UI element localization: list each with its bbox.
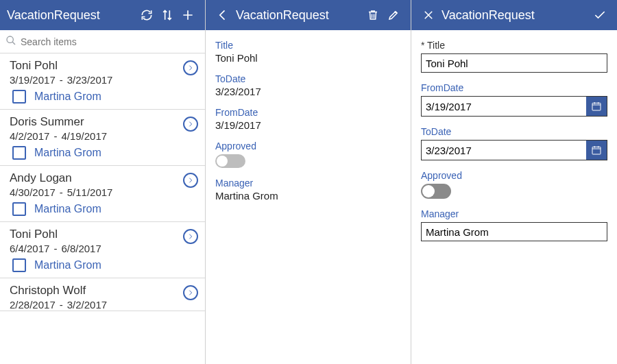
close-icon[interactable] bbox=[418, 5, 439, 25]
list-item[interactable]: Christoph Wolf2/28/2017-3/2/2017 bbox=[0, 278, 205, 311]
item-manager: Martina Grom bbox=[34, 90, 101, 103]
chevron-right-icon[interactable] bbox=[183, 60, 198, 75]
chevron-right-icon[interactable] bbox=[183, 173, 198, 188]
list-header: VacationRequest bbox=[0, 0, 205, 30]
refresh-icon[interactable] bbox=[136, 5, 157, 25]
list-pane: VacationRequest Toni Pohl3/19/2017-3/23/… bbox=[0, 0, 206, 364]
item-name: Toni Pohl bbox=[10, 228, 198, 241]
item-list: Toni Pohl3/19/2017-3/23/2017Martina Grom… bbox=[0, 53, 205, 364]
svg-rect-1 bbox=[592, 103, 601, 110]
detail-approved-toggle bbox=[215, 154, 245, 168]
approved-checkbox[interactable] bbox=[12, 146, 26, 160]
item-name: Christoph Wolf bbox=[10, 284, 198, 298]
edit-todate-wrap bbox=[421, 140, 607, 160]
detail-pane: VacationRequest Title Toni Pohl ToDate 3… bbox=[206, 0, 411, 364]
edit-approved-toggle[interactable] bbox=[421, 184, 451, 199]
edit-title: VacationRequest bbox=[441, 8, 590, 23]
item-todate: 3/2/2017 bbox=[67, 299, 107, 311]
add-icon[interactable] bbox=[178, 5, 198, 25]
sort-icon[interactable] bbox=[157, 5, 178, 25]
item-fromdate: 6/4/2017 bbox=[10, 243, 49, 254]
detail-header: VacationRequest bbox=[206, 0, 411, 30]
item-manager: Martina Grom bbox=[34, 147, 101, 159]
search-icon bbox=[5, 35, 16, 49]
item-dates: 2/28/2017-3/2/2017 bbox=[10, 299, 198, 311]
edit-title-input[interactable] bbox=[421, 53, 607, 73]
approved-checkbox[interactable] bbox=[12, 258, 26, 272]
edit-fromdate-input[interactable] bbox=[422, 97, 586, 116]
detail-title-value: Toni Pohl bbox=[215, 52, 401, 64]
item-name: Andy Logan bbox=[10, 171, 198, 185]
detail-fromdate-label: FromDate bbox=[215, 107, 401, 118]
edit-fromdate-wrap bbox=[421, 96, 607, 117]
edit-icon[interactable] bbox=[383, 5, 404, 25]
item-dates: 4/30/2017-5/11/2017 bbox=[10, 186, 198, 198]
chevron-right-icon[interactable] bbox=[183, 285, 198, 300]
search-input[interactable] bbox=[21, 36, 199, 47]
delete-icon[interactable] bbox=[363, 5, 383, 25]
item-todate: 3/23/2017 bbox=[67, 74, 113, 86]
edit-header: VacationRequest bbox=[411, 0, 617, 30]
back-icon[interactable] bbox=[213, 5, 233, 25]
detail-body: Title Toni Pohl ToDate 3/23/2017 FromDat… bbox=[206, 30, 411, 221]
item-todate: 6/8/2017 bbox=[61, 243, 101, 254]
svg-point-0 bbox=[7, 36, 13, 43]
item-name: Toni Pohl bbox=[10, 59, 198, 73]
detail-manager-value: Martina Grom bbox=[215, 190, 401, 202]
edit-body: * Title FromDate ToDate bbox=[411, 30, 617, 260]
edit-todate-label: ToDate bbox=[421, 126, 607, 137]
calendar-icon[interactable] bbox=[586, 141, 607, 160]
list-title: VacationRequest bbox=[7, 8, 136, 23]
item-todate: 4/19/2017 bbox=[61, 130, 107, 142]
detail-approved-label: Approved bbox=[215, 141, 401, 151]
detail-title-label: Title bbox=[215, 40, 401, 51]
detail-fromdate-value: 3/19/2017 bbox=[215, 119, 401, 131]
svg-rect-2 bbox=[592, 147, 601, 154]
list-item[interactable]: Toni Pohl3/19/2017-3/23/2017Martina Grom bbox=[0, 53, 205, 110]
search-bar[interactable] bbox=[0, 30, 205, 53]
chevron-right-icon[interactable] bbox=[183, 117, 198, 132]
list-item[interactable]: Andy Logan4/30/2017-5/11/2017Martina Gro… bbox=[0, 166, 205, 222]
item-todate: 5/11/2017 bbox=[67, 186, 113, 198]
item-fromdate: 4/30/2017 bbox=[10, 186, 56, 198]
detail-todate-label: ToDate bbox=[215, 73, 401, 84]
edit-approved-label: Approved bbox=[421, 170, 607, 181]
item-fromdate: 4/2/2017 bbox=[10, 130, 49, 142]
detail-title: VacationRequest bbox=[236, 8, 363, 23]
edit-pane: VacationRequest * Title FromDate To bbox=[411, 0, 617, 364]
list-item[interactable]: Doris Summer4/2/2017-4/19/2017Martina Gr… bbox=[0, 110, 205, 166]
calendar-icon[interactable] bbox=[586, 97, 607, 116]
edit-manager-input[interactable] bbox=[421, 222, 607, 241]
edit-fromdate-label: FromDate bbox=[421, 82, 607, 93]
list-item[interactable]: Toni Pohl6/4/2017-6/8/2017Martina Grom bbox=[0, 222, 205, 278]
item-manager: Martina Grom bbox=[34, 259, 101, 271]
approved-checkbox[interactable] bbox=[12, 202, 26, 216]
approved-checkbox[interactable] bbox=[12, 90, 26, 104]
item-fromdate: 3/19/2017 bbox=[10, 74, 56, 86]
detail-manager-label: Manager bbox=[215, 178, 401, 189]
edit-manager-label: Manager bbox=[421, 208, 607, 219]
item-dates: 6/4/2017-6/8/2017 bbox=[10, 243, 198, 254]
item-name: Doris Summer bbox=[10, 115, 198, 129]
item-manager: Martina Grom bbox=[34, 203, 101, 215]
detail-todate-value: 3/23/2017 bbox=[215, 86, 401, 97]
item-dates: 3/19/2017-3/23/2017 bbox=[10, 74, 198, 86]
chevron-right-icon[interactable] bbox=[183, 229, 198, 244]
item-dates: 4/2/2017-4/19/2017 bbox=[10, 130, 198, 142]
edit-todate-input[interactable] bbox=[422, 141, 586, 160]
edit-title-label: * Title bbox=[421, 40, 607, 51]
accept-icon[interactable] bbox=[590, 5, 610, 25]
item-fromdate: 2/28/2017 bbox=[10, 299, 56, 311]
